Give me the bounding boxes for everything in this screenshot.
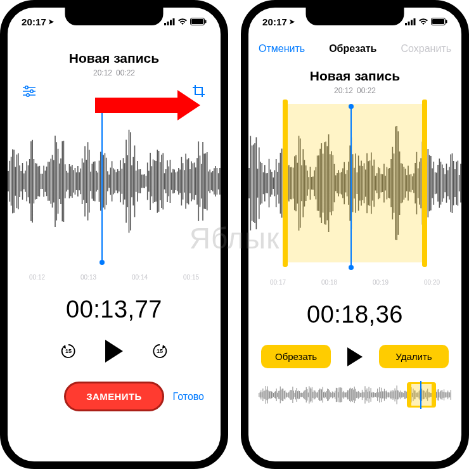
waveform[interactable] [8,105,221,257]
signal-icon [164,16,175,27]
recording-subtitle: 20:1200:22 [8,68,221,77]
skip-forward-button[interactable]: 15 [151,342,169,360]
status-time: 20:17 [22,16,46,27]
delete-button[interactable]: Удалить [379,345,449,368]
status-time: 20:17 [262,16,287,27]
trim-selection[interactable] [283,104,428,262]
time-ticks: 00:12 00:13 00:14 00:15 [8,274,221,281]
play-button[interactable] [347,347,363,366]
transport: 15 15 [8,340,221,363]
svg-point-12 [27,94,29,96]
waveform[interactable] [248,104,461,262]
wifi-icon [418,16,428,27]
timecode: 00:18,36 [248,301,461,328]
battery-icon [431,16,447,27]
svg-rect-14 [408,22,410,25]
timecode: 00:13,77 [8,296,221,323]
annotation-arrow [95,90,200,120]
svg-point-10 [30,90,33,93]
signal-icon [405,16,416,27]
recording-title: Новая запись [8,51,221,66]
replace-button[interactable]: ЗАМЕНИТЬ [64,382,164,411]
svg-rect-16 [414,18,416,25]
svg-rect-2 [170,20,172,25]
svg-point-8 [25,86,28,89]
svg-rect-19 [446,20,447,23]
mini-track[interactable] [259,382,451,408]
svg-rect-18 [432,19,444,24]
recording-subtitle: 20:1200:22 [248,86,461,95]
location-icon: ➤ [48,18,54,26]
svg-rect-1 [167,22,169,25]
skip-back-button[interactable]: 15 [60,342,77,360]
time-ticks: 00:17 00:18 00:19 00:20 [248,279,461,286]
mini-playhead[interactable] [420,381,421,409]
save-button: Сохранить [401,43,451,55]
play-button[interactable] [105,340,123,363]
playhead[interactable] [350,106,352,267]
nav-bar: Отменить Обрезать Сохранить [248,35,461,62]
svg-rect-13 [405,23,407,25]
trim-button[interactable]: Обрезать [261,345,331,368]
playhead[interactable] [101,108,103,262]
notch [306,8,404,25]
svg-rect-3 [173,18,175,25]
location-icon: ➤ [289,18,295,26]
battery-icon [190,16,207,27]
svg-rect-6 [205,20,207,23]
svg-rect-15 [411,20,413,25]
nav-title: Обрезать [329,43,376,55]
wifi-icon [177,16,188,27]
notch [65,8,164,25]
recording-title: Новая запись [248,68,461,84]
phone-right: 20:17 ➤ Отменить Обрезать Сохранить Нова… [241,0,469,469]
svg-rect-5 [191,19,203,24]
svg-rect-0 [164,23,166,25]
cancel-button[interactable]: Отменить [259,43,305,55]
settings-icon[interactable] [22,84,37,99]
action-row: Обрезать Удалить [248,345,461,368]
done-button[interactable]: Готово [173,391,204,402]
phone-left: 20:17 ➤ Новая запись 20:1200:22 [0,0,228,469]
